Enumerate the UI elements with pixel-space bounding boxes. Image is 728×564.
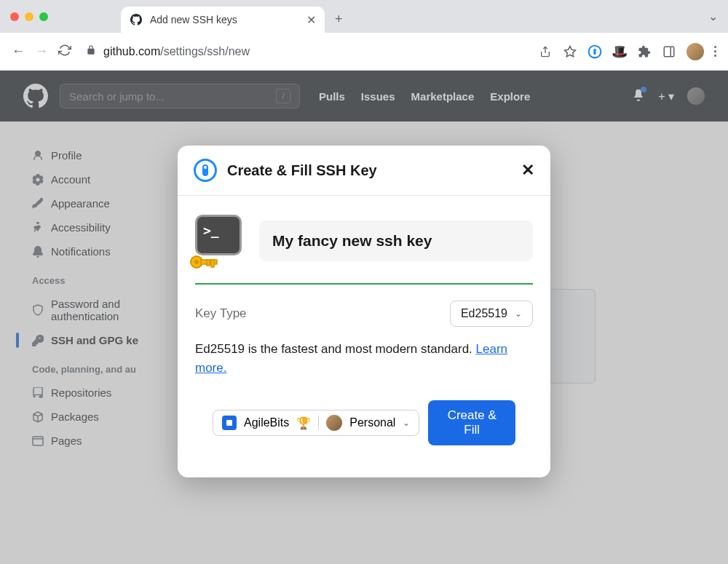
onepassword-extension-icon[interactable] [587,44,602,59]
forward-button[interactable]: → [35,44,48,59]
key-type-description: Ed25519 is the fastest and most modern s… [195,340,533,377]
tab-title: Add new SSH keys [150,14,299,25]
key-type-value: Ed25519 [461,307,507,320]
key-name-row: >_ [195,215,533,267]
bookmark-star-icon[interactable] [563,44,577,59]
back-button[interactable]: ← [12,44,25,59]
modal-divider [195,283,533,285]
vault-name: Personal [349,416,395,429]
svg-point-8 [194,260,199,264]
key-type-row: Key Type Ed25519 ⌄ [195,301,533,327]
ssh-key-item-icon: >_ [195,215,248,267]
tabs-dropdown-icon[interactable]: ⌄ [708,9,718,23]
modal-body: >_ Key Type Ed25519 ⌄ Ed25519 is the fas… [178,196,550,477]
side-panel-icon[interactable] [662,44,676,59]
address-bar[interactable]: github.com/settings/ssh/new [82,45,528,58]
tab-close-icon[interactable]: ✕ [306,13,316,27]
key-type-select[interactable]: Ed25519 ⌄ [450,301,533,327]
browser-tab-bar: Add new SSH keys ✕ + ⌄ [0,0,728,33]
chevron-down-icon: ⌄ [515,309,522,319]
lock-icon [86,45,96,58]
onepassword-modal: Create & Fill SSH Key ✕ >_ Key Type Ed25… [178,146,550,477]
github-favicon-icon [130,13,143,26]
svg-rect-2 [593,48,596,54]
window-controls [10,12,48,21]
svg-marker-0 [565,46,576,56]
svg-rect-11 [207,260,210,266]
svg-rect-3 [664,47,674,57]
key-name-input[interactable] [259,221,533,261]
key-badge-icon [189,253,218,271]
key-type-label: Key Type [195,306,247,321]
browser-tab[interactable]: Add new SSH keys ✕ [121,7,325,33]
extensions-puzzle-icon[interactable] [637,44,652,59]
onepassword-logo-icon [194,159,217,182]
vault-avatar-icon [326,415,342,431]
account-icon [222,416,237,430]
modal-header: Create & Fill SSH Key ✕ [178,146,550,196]
window-close-button[interactable] [10,12,19,21]
svg-rect-12 [226,420,232,426]
pill-separator [318,416,319,430]
modal-footer: AgileBits 🏆 Personal ⌄ Create & Fill [195,400,533,461]
modal-close-button[interactable]: ✕ [521,161,534,180]
browser-toolbar-icons: 🎩 [538,43,716,60]
browser-toolbar: ← → github.com/settings/ssh/new 🎩 [0,33,728,71]
svg-rect-10 [211,260,214,267]
window-maximize-button[interactable] [39,12,48,21]
window-minimize-button[interactable] [25,12,33,21]
trophy-icon: 🏆 [296,416,311,430]
account-name: AgileBits [244,416,289,429]
account-vault-selector[interactable]: AgileBits 🏆 Personal ⌄ [213,410,419,436]
chevron-down-icon: ⌄ [403,418,410,428]
new-tab-button[interactable]: + [335,12,343,27]
reload-button[interactable] [58,44,71,60]
profile-avatar[interactable] [687,43,704,60]
share-icon[interactable] [538,44,553,59]
url-text: github.com/settings/ssh/new [103,45,250,58]
extension-icon[interactable]: 🎩 [612,44,627,59]
create-and-fill-button[interactable]: Create & Fill [428,400,515,445]
modal-title: Create & Fill SSH Key [227,162,377,179]
chrome-menu-icon[interactable] [714,46,716,57]
